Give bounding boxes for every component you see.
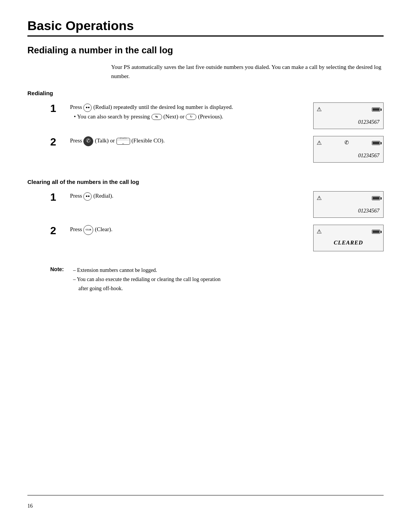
clear-step2-text: (Clear). (95, 226, 112, 232)
prev-button-icon: ↻ (186, 114, 196, 120)
call-icon: ✆ (344, 139, 349, 147)
antenna-icon: ⚠ (317, 105, 322, 114)
battery-icon-2 (372, 141, 380, 145)
clear-step1-number: 1 (50, 192, 64, 203)
antenna-icon-3: ⚠ (317, 193, 322, 203)
note-line3: after going off-hook. (73, 284, 221, 293)
screen-number-3: 01234567 (317, 207, 380, 215)
redial-button-icon-2: ●● (83, 192, 92, 201)
step1-number: 1 (50, 103, 64, 114)
step2-text2: (Flexible CO). (131, 137, 165, 144)
note-content: – Extension numbers cannot be logged. – … (73, 266, 221, 293)
note-line2: – You can also execute the redialing or … (73, 275, 221, 284)
talk-button-icon: ✆ (83, 136, 93, 146)
screen-cleared-text: CLEARED (317, 238, 380, 249)
screen-number-1: 01234567 (317, 118, 380, 126)
screen-number-2: 01234567 (317, 152, 380, 160)
page-footer: 16 (27, 495, 384, 509)
clear-step2-number: 2 (50, 225, 64, 236)
clear-step2-screen: ⚠ CLEARED (313, 225, 384, 251)
clearing-heading: Clearing all of the numbers in the call … (27, 179, 384, 185)
note-section: Note: – Extension numbers cannot be logg… (50, 266, 384, 293)
next-button-icon: ↹ (151, 114, 162, 120)
step1-screen: ⚠ 01234567 (313, 102, 384, 129)
battery-icon-3 (372, 196, 380, 200)
step1-bullet: • You can also search by pressing ↹ (Nex… (74, 113, 223, 120)
clear-step2: 2 Press CLR (Clear). ⚠ (50, 225, 384, 251)
step1-text: (Redial) repeatedly until the desired lo… (93, 104, 233, 110)
step2-screen: ⚠ ✆ 01234567 (313, 136, 384, 163)
step2-text: (Talk) or (95, 137, 115, 144)
note-label: Note: (50, 266, 73, 293)
step2-number: 2 (50, 137, 64, 147)
redialing-step2: 2 Press ✆ (Talk) or F1-F3 ⎯ (Flexible CO… (50, 136, 384, 163)
clear-step1-text: (Redial). (93, 193, 113, 199)
flex-button-icon: F1-F3 ⎯ (116, 138, 130, 145)
antenna-icon-4: ⚠ (317, 227, 322, 236)
redialing-step1: 1 Press ●● (Redial) repeatedly until the… (50, 102, 384, 129)
redialing-heading: Redialing (27, 90, 384, 96)
title-rule (27, 35, 384, 37)
intro-text: Your PS automatically saves the last fiv… (111, 62, 384, 81)
clear-button-icon: CLR (83, 225, 93, 235)
note-line1: – Extension numbers cannot be logged. (73, 266, 221, 275)
main-title: Basic Operations (27, 18, 384, 33)
clear-step1: 1 Press ●● (Redial). ⚠ (50, 191, 384, 218)
section-title: Redialing a number in the call log (27, 45, 384, 56)
clear-step1-screen: ⚠ 01234567 (313, 191, 384, 218)
page-number: 16 (27, 503, 33, 509)
redial-button-icon: ●● (83, 104, 92, 112)
antenna-icon-2: ⚠ (317, 138, 322, 147)
battery-icon (372, 107, 380, 112)
battery-icon-4 (372, 230, 380, 234)
